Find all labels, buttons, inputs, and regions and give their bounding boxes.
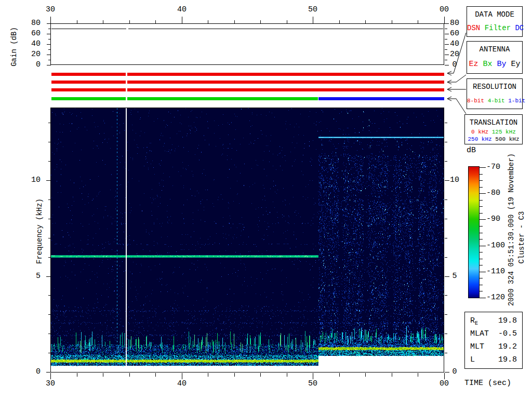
resolution-bar (51, 88, 444, 91)
legend-item: 8-bit (467, 98, 484, 104)
antenna-values: Ez Bx By Ey (467, 60, 522, 69)
translation-title: TRANSLATION (465, 118, 522, 127)
legend-item: 0 kHz (471, 129, 488, 135)
tick-label: 0 (24, 368, 41, 376)
legend-item: 250 kHz (468, 136, 491, 142)
wbd-spectrogram-display: Gain (dB) Frequency (kHz) TIME (sec) 303… (0, 0, 532, 399)
gain-axis-label: Gain (dB) (9, 18, 19, 75)
data-mode-legend: DATA MODE DSN Filter DC (467, 6, 523, 37)
tick-label: 40 (447, 40, 462, 48)
tick-label: 5 (447, 272, 462, 281)
tick-label: 0 (24, 61, 41, 69)
spectrogram-canvas (51, 108, 444, 372)
tick-label: 30 (41, 380, 60, 388)
tick-label: 10 (24, 176, 41, 184)
data-mode-title: DATA MODE (467, 10, 522, 19)
legend-item: DC (515, 24, 524, 32)
data-mode-bar-gap (126, 73, 127, 76)
tick-label: 60 (447, 30, 462, 38)
legend-item: DSN (467, 24, 480, 32)
tick-label: 60 (24, 30, 41, 38)
tick-label: 50 (303, 380, 322, 388)
gain-trace (128, 29, 443, 29)
legend-item: Bx (483, 60, 492, 69)
mlt-value: 19.2 (498, 340, 517, 353)
legend-item: 4-bit (488, 98, 505, 104)
legend-item: 1-bit (508, 98, 525, 104)
colorbar-units-label: dB (467, 147, 476, 155)
tick-label: 00 (435, 6, 454, 14)
data-mode-values: DSN Filter DC (467, 24, 522, 32)
tick-label: 0 (447, 368, 462, 376)
antenna-legend: ANTENNA Ez Bx By Ey (467, 41, 523, 74)
legend-item: Ez (469, 60, 478, 69)
colorbar (468, 166, 480, 298)
legend-item: Filter (485, 24, 511, 32)
ephemeris-row-mlat: MLAT -0.5 (465, 327, 522, 340)
translation-bar-seg2 (318, 97, 444, 100)
timestamp-text: 2000 324 05:51:30.000 (19 November) (507, 147, 516, 313)
legend-item: By (497, 60, 507, 69)
translation-values-row2: 250 kHz 500 kHz (465, 136, 522, 142)
tick-label: 40 (172, 380, 191, 388)
ephemeris-row-re: RE 19.8 (465, 314, 522, 327)
antenna-bar-gap (126, 81, 127, 84)
translation-legend: TRANSLATION 0 kHz 125 kHz 250 kHz 500 kH… (464, 114, 523, 144)
spectrogram-plot (50, 108, 444, 373)
tick-label: 40 (172, 6, 191, 14)
tick-label: 0 (447, 61, 462, 69)
tick-label: 5 (24, 272, 41, 281)
tick-label: 30 (41, 6, 60, 14)
data-mode-bar (51, 73, 444, 76)
legend-item: 500 kHz (495, 136, 519, 142)
translation-values-row1: 0 kHz 125 kHz (465, 129, 522, 135)
resolution-title: RESOLUTION (467, 83, 522, 91)
re-value: 19.8 (498, 314, 517, 327)
frequency-axis-label: Frequency (kHz) (35, 195, 44, 268)
gain-trace (51, 29, 126, 29)
resolution-legend: RESOLUTION 8-bit 4-bit 1-bit (467, 78, 523, 109)
gain-plot (50, 23, 444, 65)
resolution-bar-gap (126, 88, 127, 91)
translation-bar-seg1 (51, 97, 318, 100)
tick-label: 10 (447, 176, 462, 184)
mlat-value: -0.5 (498, 327, 517, 340)
legend-item: 125 kHz (492, 129, 516, 135)
tick-label: 40 (24, 40, 41, 48)
ephemeris-panel: RE 19.8 MLAT -0.5 MLT 19.2 L 19.8 (464, 312, 523, 369)
tick-label: 00 (435, 380, 454, 388)
ephemeris-row-mlt: MLT 19.2 (465, 340, 522, 353)
ephemeris-row-l: L 19.8 (465, 353, 522, 366)
tick-label: 20 (447, 50, 462, 59)
legend-item: Ey (511, 60, 521, 69)
time-axis-label: TIME (sec) (464, 379, 511, 388)
translation-bar-gap (126, 97, 127, 100)
tick-label: 80 (24, 19, 41, 28)
antenna-title: ANTENNA (467, 45, 522, 54)
antenna-bar (51, 81, 444, 84)
l-value: 19.8 (498, 353, 517, 366)
resolution-values: 8-bit 4-bit 1-bit (467, 98, 522, 104)
tick-label: 50 (303, 6, 322, 14)
tick-label: 80 (447, 19, 462, 28)
spacecraft-text: Cluster - C3 (517, 204, 526, 271)
tick-label: 20 (24, 50, 41, 59)
